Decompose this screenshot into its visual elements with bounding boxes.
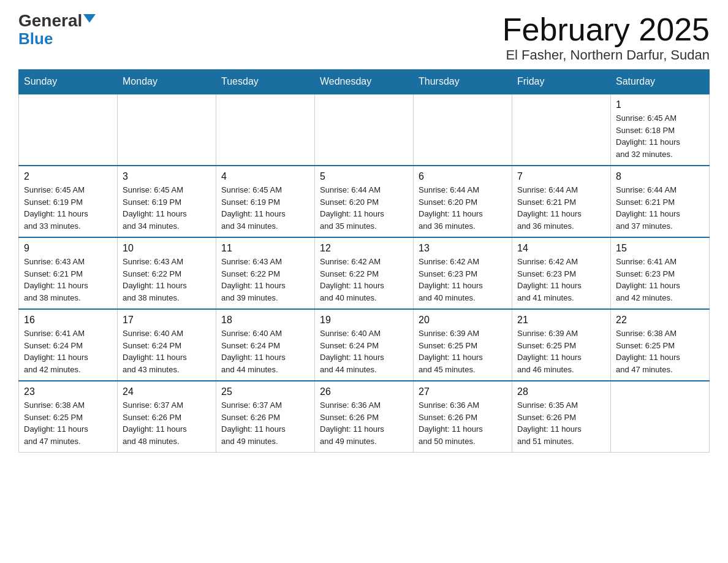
- calendar-cell: [315, 94, 414, 166]
- day-number: 5: [320, 171, 408, 182]
- day-header-monday: Monday: [118, 70, 216, 94]
- day-number: 13: [419, 243, 507, 254]
- calendar-week-5: 23Sunrise: 6:38 AMSunset: 6:25 PMDayligh…: [19, 381, 710, 453]
- day-info: Sunrise: 6:41 AMSunset: 6:23 PMDaylight:…: [616, 256, 704, 304]
- calendar-cell: 5Sunrise: 6:44 AMSunset: 6:20 PMDaylight…: [315, 166, 414, 237]
- calendar-cell: [216, 94, 315, 166]
- day-info: Sunrise: 6:45 AMSunset: 6:19 PMDaylight:…: [24, 184, 112, 232]
- calendar-cell: 17Sunrise: 6:40 AMSunset: 6:24 PMDayligh…: [118, 309, 216, 381]
- day-info: Sunrise: 6:38 AMSunset: 6:25 PMDaylight:…: [24, 399, 112, 447]
- page-header: General Blue February 2025 El Fasher, No…: [18, 12, 710, 63]
- day-info: Sunrise: 6:40 AMSunset: 6:24 PMDaylight:…: [221, 327, 309, 375]
- day-info: Sunrise: 6:42 AMSunset: 6:23 PMDaylight:…: [419, 256, 507, 304]
- day-info: Sunrise: 6:42 AMSunset: 6:22 PMDaylight:…: [320, 256, 408, 304]
- day-number: 24: [123, 386, 211, 397]
- day-number: 6: [419, 171, 507, 182]
- calendar-cell: 11Sunrise: 6:43 AMSunset: 6:22 PMDayligh…: [216, 237, 315, 309]
- day-number: 17: [123, 315, 211, 326]
- day-info: Sunrise: 6:38 AMSunset: 6:25 PMDaylight:…: [616, 327, 704, 375]
- day-info: Sunrise: 6:44 AMSunset: 6:21 PMDaylight:…: [517, 184, 605, 232]
- calendar-header-row: SundayMondayTuesdayWednesdayThursdayFrid…: [19, 70, 710, 94]
- calendar-cell: 15Sunrise: 6:41 AMSunset: 6:23 PMDayligh…: [611, 237, 710, 309]
- day-number: 11: [221, 243, 309, 254]
- day-info: Sunrise: 6:40 AMSunset: 6:24 PMDaylight:…: [320, 327, 408, 375]
- calendar-cell: [611, 381, 710, 453]
- day-number: 8: [616, 171, 704, 182]
- calendar-cell: 12Sunrise: 6:42 AMSunset: 6:22 PMDayligh…: [315, 237, 414, 309]
- day-info: Sunrise: 6:45 AMSunset: 6:18 PMDaylight:…: [616, 112, 704, 160]
- day-number: 19: [320, 315, 408, 326]
- day-info: Sunrise: 6:36 AMSunset: 6:26 PMDaylight:…: [419, 399, 507, 447]
- day-number: 4: [221, 171, 309, 182]
- calendar-week-4: 16Sunrise: 6:41 AMSunset: 6:24 PMDayligh…: [19, 309, 710, 381]
- calendar-cell: 22Sunrise: 6:38 AMSunset: 6:25 PMDayligh…: [611, 309, 710, 381]
- day-info: Sunrise: 6:39 AMSunset: 6:25 PMDaylight:…: [517, 327, 605, 375]
- calendar-cell: 2Sunrise: 6:45 AMSunset: 6:19 PMDaylight…: [19, 166, 118, 237]
- calendar-cell: 13Sunrise: 6:42 AMSunset: 6:23 PMDayligh…: [414, 237, 512, 309]
- calendar-cell: 8Sunrise: 6:44 AMSunset: 6:21 PMDaylight…: [611, 166, 710, 237]
- day-number: 3: [123, 171, 211, 182]
- calendar-title: February 2025: [502, 12, 710, 47]
- calendar-cell: 28Sunrise: 6:35 AMSunset: 6:26 PMDayligh…: [512, 381, 611, 453]
- day-header-tuesday: Tuesday: [216, 70, 315, 94]
- calendar-cell: 3Sunrise: 6:45 AMSunset: 6:19 PMDaylight…: [118, 166, 216, 237]
- calendar-cell: 25Sunrise: 6:37 AMSunset: 6:26 PMDayligh…: [216, 381, 315, 453]
- day-info: Sunrise: 6:41 AMSunset: 6:24 PMDaylight:…: [24, 327, 112, 375]
- day-header-friday: Friday: [512, 70, 611, 94]
- day-info: Sunrise: 6:37 AMSunset: 6:26 PMDaylight:…: [123, 399, 211, 447]
- day-number: 14: [517, 243, 605, 254]
- day-number: 22: [616, 315, 704, 326]
- day-info: Sunrise: 6:45 AMSunset: 6:19 PMDaylight:…: [123, 184, 211, 232]
- day-number: 25: [221, 386, 309, 397]
- day-info: Sunrise: 6:39 AMSunset: 6:25 PMDaylight:…: [419, 327, 507, 375]
- calendar-week-1: 1Sunrise: 6:45 AMSunset: 6:18 PMDaylight…: [19, 94, 710, 166]
- calendar-cell: 18Sunrise: 6:40 AMSunset: 6:24 PMDayligh…: [216, 309, 315, 381]
- calendar-cell: 21Sunrise: 6:39 AMSunset: 6:25 PMDayligh…: [512, 309, 611, 381]
- day-number: 7: [517, 171, 605, 182]
- logo-general: General: [18, 12, 82, 29]
- calendar-cell: 20Sunrise: 6:39 AMSunset: 6:25 PMDayligh…: [414, 309, 512, 381]
- calendar-cell: 10Sunrise: 6:43 AMSunset: 6:22 PMDayligh…: [118, 237, 216, 309]
- calendar-subtitle: El Fasher, Northern Darfur, Sudan: [502, 47, 710, 63]
- calendar-cell: 26Sunrise: 6:36 AMSunset: 6:26 PMDayligh…: [315, 381, 414, 453]
- calendar-table: SundayMondayTuesdayWednesdayThursdayFrid…: [18, 69, 710, 453]
- day-header-thursday: Thursday: [414, 70, 512, 94]
- calendar-cell: 23Sunrise: 6:38 AMSunset: 6:25 PMDayligh…: [19, 381, 118, 453]
- calendar-cell: [19, 94, 118, 166]
- day-info: Sunrise: 6:36 AMSunset: 6:26 PMDaylight:…: [320, 399, 408, 447]
- calendar-cell: 14Sunrise: 6:42 AMSunset: 6:23 PMDayligh…: [512, 237, 611, 309]
- logo-triangle-icon: [83, 14, 96, 23]
- calendar-cell: [414, 94, 512, 166]
- day-number: 26: [320, 386, 408, 397]
- calendar-cell: 9Sunrise: 6:43 AMSunset: 6:21 PMDaylight…: [19, 237, 118, 309]
- day-info: Sunrise: 6:44 AMSunset: 6:20 PMDaylight:…: [320, 184, 408, 232]
- day-header-wednesday: Wednesday: [315, 70, 414, 94]
- calendar-cell: 19Sunrise: 6:40 AMSunset: 6:24 PMDayligh…: [315, 309, 414, 381]
- day-number: 18: [221, 315, 309, 326]
- calendar-cell: [118, 94, 216, 166]
- day-number: 23: [24, 386, 112, 397]
- day-number: 20: [419, 315, 507, 326]
- day-info: Sunrise: 6:42 AMSunset: 6:23 PMDaylight:…: [517, 256, 605, 304]
- calendar-week-3: 9Sunrise: 6:43 AMSunset: 6:21 PMDaylight…: [19, 237, 710, 309]
- calendar-cell: 6Sunrise: 6:44 AMSunset: 6:20 PMDaylight…: [414, 166, 512, 237]
- calendar-cell: [512, 94, 611, 166]
- day-number: 28: [517, 386, 605, 397]
- day-info: Sunrise: 6:35 AMSunset: 6:26 PMDaylight:…: [517, 399, 605, 447]
- day-info: Sunrise: 6:40 AMSunset: 6:24 PMDaylight:…: [123, 327, 211, 375]
- day-number: 2: [24, 171, 112, 182]
- day-info: Sunrise: 6:43 AMSunset: 6:22 PMDaylight:…: [221, 256, 309, 304]
- calendar-cell: 16Sunrise: 6:41 AMSunset: 6:24 PMDayligh…: [19, 309, 118, 381]
- day-info: Sunrise: 6:44 AMSunset: 6:21 PMDaylight:…: [616, 184, 704, 232]
- day-number: 21: [517, 315, 605, 326]
- title-block: February 2025 El Fasher, Northern Darfur…: [502, 12, 710, 63]
- day-number: 1: [616, 99, 704, 110]
- day-number: 15: [616, 243, 704, 254]
- calendar-cell: 7Sunrise: 6:44 AMSunset: 6:21 PMDaylight…: [512, 166, 611, 237]
- calendar-cell: 1Sunrise: 6:45 AMSunset: 6:18 PMDaylight…: [611, 94, 710, 166]
- day-info: Sunrise: 6:43 AMSunset: 6:21 PMDaylight:…: [24, 256, 112, 304]
- day-info: Sunrise: 6:45 AMSunset: 6:19 PMDaylight:…: [221, 184, 309, 232]
- day-header-sunday: Sunday: [19, 70, 118, 94]
- day-info: Sunrise: 6:43 AMSunset: 6:22 PMDaylight:…: [123, 256, 211, 304]
- calendar-cell: 4Sunrise: 6:45 AMSunset: 6:19 PMDaylight…: [216, 166, 315, 237]
